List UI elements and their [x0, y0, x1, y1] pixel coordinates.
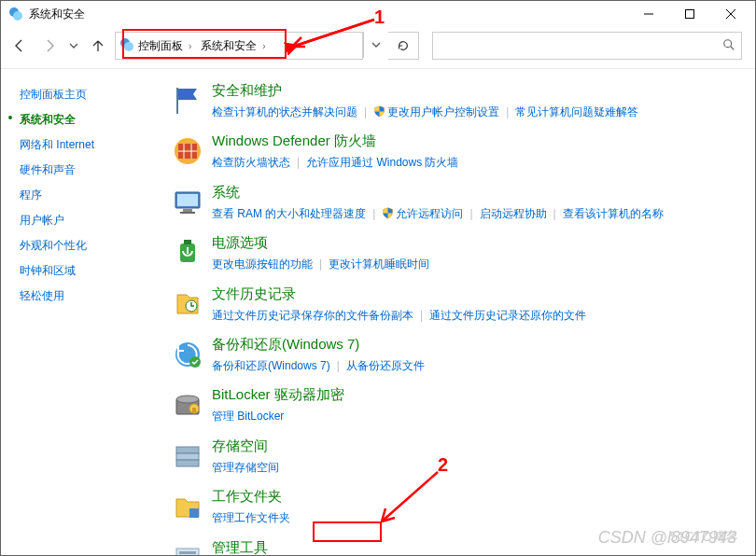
category-link[interactable]: 从备份还原文件	[346, 359, 425, 372]
category-link-label: 管理工作文件夹	[212, 511, 290, 524]
breadcrumb-label: 控制面板	[138, 38, 183, 54]
category-link[interactable]: 启动远程协助	[480, 207, 547, 220]
category-work-folders: 工作文件夹管理工作文件夹	[169, 488, 746, 527]
sidebar-item-ease[interactable]: 轻松使用	[20, 284, 160, 309]
close-button[interactable]	[710, 1, 751, 27]
category-title[interactable]: 存储空间	[212, 438, 268, 455]
category-link[interactable]: 通过文件历史记录保存你的文件备份副本	[212, 309, 413, 322]
chevron-right-icon: ›	[187, 41, 193, 51]
category-link[interactable]: 允许应用通过 Windows 防火墙	[306, 156, 458, 169]
breadcrumb-label: 系统和安全	[201, 38, 257, 54]
power-icon	[169, 234, 206, 273]
maximize-button[interactable]	[669, 1, 710, 27]
category-link[interactable]: 查看 RAM 的大小和处理器速度	[212, 207, 366, 220]
category-title[interactable]: 安全和维护	[212, 82, 282, 100]
address-bar[interactable]: 控制面板 › 系统和安全 ›	[115, 32, 363, 60]
sidebar-item-system-security[interactable]: 系统和安全	[20, 107, 160, 132]
svg-rect-19	[180, 212, 195, 214]
recent-dropdown[interactable]	[66, 33, 81, 59]
category-links: 管理存储空间	[212, 458, 746, 477]
category-title[interactable]: 工作文件夹	[212, 488, 282, 506]
category-links: 检查防火墙状态|允许应用通过 Windows 防火墙	[212, 153, 746, 172]
category-title[interactable]: 电源选项	[212, 234, 268, 252]
category-admin-tools: 管理工具释放磁盘空间|对你的驱动器进行碎片整理和优化|创建并格式化硬盘分区|查看…	[169, 539, 746, 555]
category-link-label: 查看 RAM 的大小和处理器速度	[212, 207, 366, 220]
search-box[interactable]	[432, 32, 742, 60]
category-file-history: 文件历史记录通过文件历史记录保存你的文件备份副本|通过文件历史记录还原你的文件	[169, 285, 746, 325]
category-title-label: 存储空间	[212, 438, 268, 453]
category-link-label: 管理存储空间	[212, 461, 279, 474]
category-links: 管理工作文件夹	[212, 508, 746, 527]
firewall-icon	[169, 132, 206, 172]
svg-rect-34	[179, 551, 196, 554]
sidebar-item-hardware[interactable]: 硬件和声音	[20, 158, 160, 183]
category-link[interactable]: 检查计算机的状态并解决问题	[212, 105, 357, 118]
category-link-label: 允许应用通过 Windows 防火墙	[306, 156, 458, 169]
sidebar-item-home[interactable]: 控制面板主页	[20, 82, 160, 107]
svg-rect-29	[176, 447, 199, 453]
category-link[interactable]: 更改电源按钮的功能	[212, 257, 313, 271]
breadcrumb-item-1[interactable]: 控制面板 ›	[134, 38, 197, 54]
separator: |	[463, 207, 479, 220]
svg-point-8	[724, 39, 732, 47]
category-link-label: 检查防火墙状态	[212, 156, 290, 169]
category-title[interactable]: 系统	[212, 184, 240, 202]
up-button[interactable]	[85, 33, 111, 59]
category-link-label: 更改用户帐户控制设置	[387, 105, 499, 118]
separator: |	[290, 156, 306, 169]
separator: |	[313, 257, 329, 271]
sidebar-item-users[interactable]: 用户帐户	[20, 208, 160, 233]
svg-point-1	[13, 11, 22, 21]
sidebar-item-network[interactable]: 网络和 Internet	[20, 132, 160, 158]
category-link[interactable]: 管理工作文件夹	[212, 511, 290, 524]
flag-icon	[169, 82, 206, 121]
separator: |	[357, 105, 373, 118]
breadcrumb-item-2[interactable]: 系统和安全 ›	[197, 38, 271, 54]
window-title: 系统和安全	[29, 7, 628, 22]
category-title[interactable]: 文件历史记录	[212, 285, 296, 303]
svg-rect-21	[184, 240, 191, 244]
file-history-icon	[169, 285, 206, 325]
svg-point-7	[124, 42, 133, 51]
category-link[interactable]: 管理存储空间	[212, 461, 279, 474]
sidebar-item-clock[interactable]: 时钟和区域	[20, 258, 160, 284]
category-link[interactable]: 管理 BitLocker	[212, 410, 284, 423]
category-links: 检查计算机的状态并解决问题|更改用户帐户控制设置|常见计算机问题疑难解答	[212, 103, 746, 121]
refresh-button[interactable]	[388, 32, 419, 60]
category-link-label: 启动远程协助	[480, 207, 547, 220]
category-link[interactable]: 检查防火墙状态	[212, 156, 290, 169]
sidebar-item-appearance[interactable]: 外观和个性化	[20, 233, 160, 258]
minimize-button[interactable]	[628, 1, 669, 27]
category-storage: 存储空间管理存储空间	[169, 438, 746, 477]
category-link[interactable]: 通过文件历史记录还原你的文件	[429, 309, 586, 322]
category-title[interactable]: 备份和还原(Windows 7)	[212, 336, 359, 354]
category-flag: 安全和维护检查计算机的状态并解决问题|更改用户帐户控制设置|常见计算机问题疑难解…	[169, 82, 746, 121]
system-icon	[169, 184, 206, 223]
separator: |	[499, 105, 515, 118]
svg-rect-17	[177, 194, 198, 206]
address-dropdown[interactable]	[363, 32, 388, 58]
uac-shield-icon	[373, 104, 385, 117]
category-link[interactable]: 更改用户帐户控制设置	[373, 105, 499, 118]
category-title[interactable]: BitLocker 驱动器加密	[212, 386, 344, 404]
category-title-label: 工作文件夹	[212, 488, 282, 504]
category-backup: 备份和还原(Windows 7)备份和还原(Windows 7)|从备份还原文件	[169, 336, 746, 375]
category-link[interactable]: 常见计算机问题疑难解答	[515, 105, 638, 118]
category-link[interactable]: 查看该计算机的名称	[563, 207, 664, 220]
category-links: 管理 BitLocker	[212, 407, 746, 425]
category-link[interactable]: 允许远程访问	[382, 207, 463, 220]
back-button[interactable]	[7, 33, 33, 59]
app-icon	[8, 7, 23, 21]
main-panel: 安全和维护检查计算机的状态并解决问题|更改用户帐户控制设置|常见计算机问题疑难解…	[160, 69, 755, 555]
svg-rect-28	[192, 408, 196, 412]
storage-icon	[169, 438, 206, 477]
category-link[interactable]: 备份和还原(Windows 7)	[212, 359, 330, 372]
search-input[interactable]	[439, 38, 722, 53]
category-title[interactable]: Windows Defender 防火墙	[212, 132, 376, 150]
forward-button[interactable]	[36, 33, 63, 59]
category-title[interactable]: 管理工具	[212, 539, 268, 555]
sidebar-item-programs[interactable]: 程序	[20, 183, 160, 208]
category-title-label: 文件历史记录	[212, 285, 296, 301]
svg-rect-31	[176, 460, 199, 466]
category-link[interactable]: 更改计算机睡眠时间	[329, 257, 429, 271]
